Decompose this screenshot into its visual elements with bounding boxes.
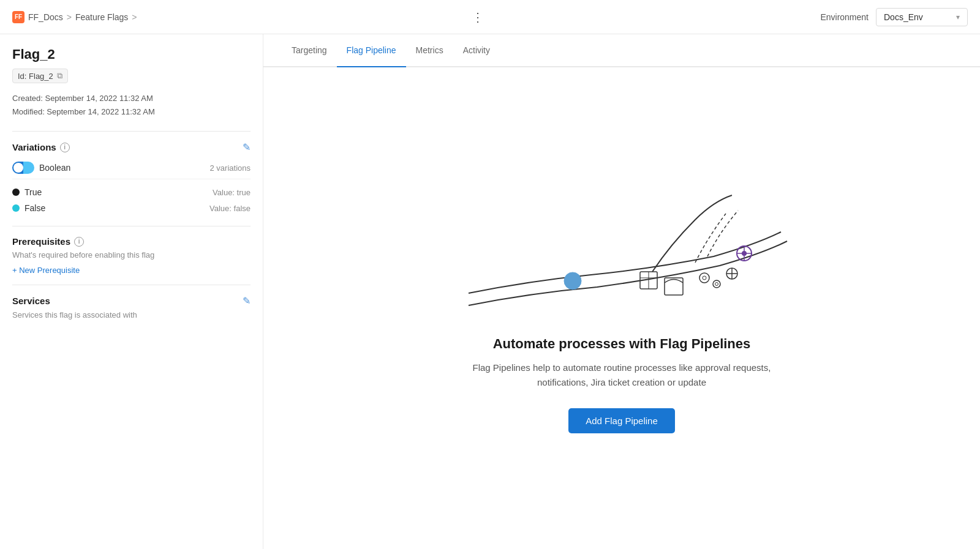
- breadcrumb-sep-2: >: [132, 12, 137, 22]
- add-flag-pipeline-button[interactable]: Add Flag Pipeline: [568, 408, 675, 433]
- services-edit-icon[interactable]: ✎: [243, 295, 251, 307]
- prerequisites-title: Prerequisites i: [12, 236, 84, 247]
- svg-point-5: [699, 273, 709, 283]
- copy-icon[interactable]: ⧉: [57, 71, 62, 81]
- flag-title: Flag_2: [12, 47, 251, 62]
- env-selector: Environment Docs_Env ▾: [820, 8, 968, 26]
- variation-true-value: Value: true: [213, 188, 251, 197]
- variation-true-left: True: [12, 187, 42, 197]
- tab-metrics[interactable]: Metrics: [406, 34, 453, 67]
- variations-count: 2 variations: [210, 163, 251, 173]
- more-menu-button[interactable]: ⋮: [472, 10, 485, 24]
- breadcrumb-org[interactable]: FF_Docs: [28, 12, 63, 22]
- prerequisites-info-icon[interactable]: i: [74, 237, 84, 247]
- main-layout: Flag_2 Id: Flag_2 ⧉ Created: September 1…: [0, 34, 980, 549]
- variations-title: Variations i: [12, 142, 70, 152]
- type-label: Boolean: [39, 163, 70, 173]
- env-label: Environment: [820, 12, 869, 22]
- variation-false: False Value: false: [12, 200, 251, 216]
- divider-prerequisites: [12, 226, 251, 226]
- svg-point-8: [715, 283, 718, 286]
- variations-label: Variations: [12, 142, 56, 152]
- services-desc: Services this flag is associated with: [12, 310, 251, 319]
- prerequisites-desc: What's required before enabling this fla…: [12, 250, 251, 260]
- variation-true: True Value: true: [12, 184, 251, 200]
- top-bar: FF FF_Docs > Feature Flags > ⋮ Environme…: [0, 0, 980, 34]
- pipeline-desc: Flag Pipelines help to automate routine …: [469, 360, 775, 390]
- prerequisites-label: Prerequisites: [12, 236, 70, 247]
- tabs-bar: Targeting Flag Pipeline Metrics Activity: [263, 34, 980, 67]
- created-date: Created: September 14, 2022 11:32 AM: [12, 92, 251, 105]
- services-header: Services ✎: [12, 295, 251, 307]
- modified-date: Modified: September 14, 2022 11:32 AM: [12, 105, 251, 119]
- variation-false-value: Value: false: [209, 204, 251, 213]
- tab-activity[interactable]: Activity: [453, 34, 500, 67]
- svg-point-6: [703, 276, 706, 280]
- svg-rect-4: [665, 278, 683, 295]
- variation-true-name: True: [24, 187, 42, 197]
- boolean-toggle-wrapper: Boolean: [12, 162, 70, 174]
- pipeline-content: $ $ Automate processes with Flag Pipelin…: [263, 67, 980, 549]
- breadcrumb: FF FF_Docs > Feature Flags >: [12, 11, 137, 23]
- tab-flag-pipeline[interactable]: Flag Pipeline: [337, 34, 406, 67]
- breadcrumb-sep-1: >: [67, 12, 72, 22]
- sidebar: Flag_2 Id: Flag_2 ⧉ Created: September 1…: [0, 34, 263, 549]
- variation-false-left: False: [12, 203, 45, 213]
- variations-header: Variations i ✎: [12, 141, 251, 153]
- chevron-down-icon: ▾: [956, 13, 960, 21]
- env-dropdown-value: Docs_Env: [884, 12, 951, 22]
- variation-true-dot: [12, 189, 20, 196]
- tab-targeting[interactable]: Targeting: [282, 34, 337, 67]
- add-prerequisite-button[interactable]: + New Prerequisite: [12, 266, 251, 275]
- flag-id-text: Id: Flag_2: [18, 72, 53, 81]
- svg-point-27: [742, 251, 747, 256]
- variations-info-icon[interactable]: i: [60, 143, 70, 152]
- org-icon: FF: [12, 11, 24, 23]
- flag-id-badge: Id: Flag_2 ⧉: [12, 69, 68, 83]
- divider-variations: [12, 131, 251, 132]
- prerequisites-header: Prerequisites i: [12, 236, 251, 247]
- svg-point-7: [713, 280, 720, 288]
- variations-edit-icon[interactable]: ✎: [243, 141, 251, 153]
- svg-point-0: [564, 272, 581, 289]
- content-area: Targeting Flag Pipeline Metrics Activity: [263, 34, 980, 549]
- services-label: Services: [12, 296, 50, 306]
- boolean-toggle[interactable]: [12, 162, 34, 174]
- variations-type-row: Boolean 2 variations: [12, 157, 251, 179]
- variation-false-name: False: [24, 203, 45, 213]
- pipeline-illustration: $ $: [438, 183, 805, 318]
- divider-services: [12, 285, 251, 285]
- breadcrumb-feature-flags[interactable]: Feature Flags: [75, 12, 128, 22]
- variation-false-dot: [12, 204, 20, 212]
- env-dropdown[interactable]: Docs_Env ▾: [876, 8, 968, 26]
- pipeline-title: Automate processes with Flag Pipelines: [493, 336, 751, 352]
- meta-info: Created: September 14, 2022 11:32 AM Mod…: [12, 92, 251, 119]
- services-title: Services: [12, 296, 50, 306]
